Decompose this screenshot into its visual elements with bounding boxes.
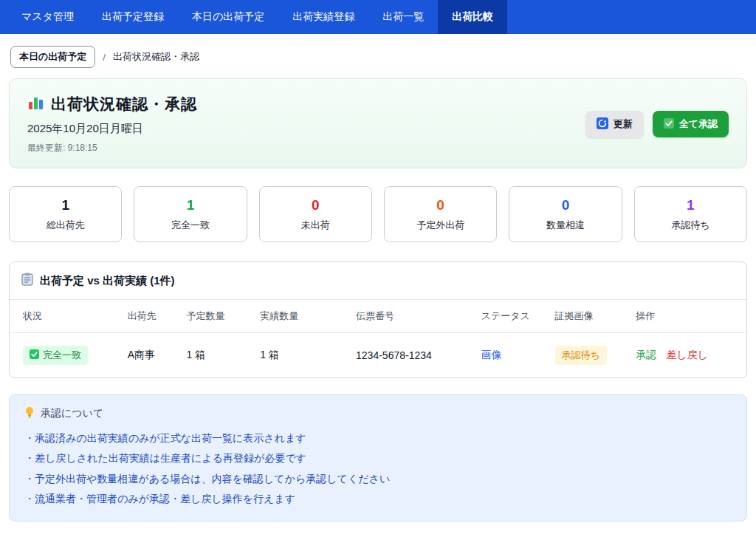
nav-item-shipment-comparison[interactable]: 出荷比較 [438,0,507,34]
status-badge-label: 完全一致 [43,349,81,362]
approve-all-button[interactable]: 全て承認 [653,111,729,137]
column-header-actual-qty: 実績数量 [252,300,348,333]
stat-value: 1 [140,197,240,213]
info-list: ・承認済みの出荷実績のみが正式な出荷一覧に表示されます ・差し戻しされた出荷実績… [24,428,732,509]
nav-item-todays-shipments[interactable]: 本日の出荷予定 [178,0,278,34]
stat-value: 0 [266,197,365,213]
stat-value: 1 [16,197,115,213]
planned-qty-cell: 1 箱 [179,333,253,378]
stat-card-unplanned-shipment: 0 予定外出荷 [384,186,497,242]
approve-all-button-label: 全て承認 [679,117,718,131]
stat-value: 0 [515,197,615,213]
image-link[interactable]: 画像 [481,349,502,360]
bar-chart-icon [27,95,44,114]
nav-item-shipment-results-registration[interactable]: 出荷実績登録 [278,0,368,34]
stat-card-quantity-mismatch: 0 数量相違 [509,186,622,242]
stat-card-perfect-match: 1 完全一致 [134,186,247,242]
stat-label: 予定外出荷 [391,219,490,232]
breadcrumb: 本日の出荷予定 / 出荷状況確認・承認 [10,46,746,68]
column-header-operations: 操作 [628,300,746,333]
breadcrumb-separator: / [103,52,106,63]
stat-card-total-destinations: 1 総出荷先 [9,186,122,242]
breadcrumb-back-button[interactable]: 本日の出荷予定 [10,46,95,68]
refresh-button-label: 更新 [614,117,633,131]
column-header-planned-qty: 予定数量 [179,300,253,333]
check-square-icon [30,349,39,361]
approval-info-panel: 承認について ・承認済みの出荷実績のみが正式な出荷一覧に表示されます ・差し戻し… [9,394,747,521]
status-header-panel: 出荷状況確認・承認 2025年10月20日月曜日 最終更新: 9:18:15 更… [9,78,747,168]
check-square-icon [664,118,674,131]
stats-row: 1 総出荷先 1 完全一致 0 未出荷 0 予定外出荷 0 数量相違 1 承認待… [9,186,747,242]
refresh-button[interactable]: 更新 [585,111,644,138]
slip-number-cell: 1234-5678-1234 [348,333,474,378]
lightbulb-icon [24,406,35,421]
last-updated-text: 最終更新: 9:18:15 [27,142,197,154]
comparison-table-panel: 出荷予定 vs 出荷実績 (1件) 状況 出荷先 予定数量 実績数量 伝票番号 … [9,261,747,378]
stat-label: 総出荷先 [16,219,115,232]
stat-label: 完全一致 [140,219,240,232]
reject-link[interactable]: 差し戻し [666,349,708,360]
info-item: ・承認済みの出荷実績のみが正式な出荷一覧に表示されます [24,428,732,448]
stat-value: 1 [641,197,740,213]
breadcrumb-current: 出荷状況確認・承認 [113,50,199,64]
column-header-destination: 出荷先 [120,300,179,333]
destination-cell: A商事 [120,333,179,378]
column-header-status-state: ステータス [474,300,548,333]
nav-item-shipment-schedule-registration[interactable]: 出荷予定登録 [88,0,178,34]
stat-label: 数量相違 [515,219,615,232]
status-badge: 完全一致 [23,346,88,365]
stat-value: 0 [391,197,490,213]
clipboard-icon [21,273,33,289]
stat-label: 承認待ち [641,219,740,232]
nav-item-master-management[interactable]: マスタ管理 [7,0,88,34]
page-title: 出荷状況確認・承認 [51,94,197,114]
pending-approval-badge: 承認待ち [555,346,607,365]
table-row: 完全一致 A商事 1 箱 1 箱 1234-5678-1234 画像 承認待ち … [10,333,746,378]
column-header-evidence-image: 証拠画像 [548,300,629,333]
stat-card-pending-approval: 1 承認待ち [634,186,747,242]
shipment-comparison-table: 状況 出荷先 予定数量 実績数量 伝票番号 ステータス 証拠画像 操作 [10,300,746,377]
actual-qty-cell: 1 箱 [252,333,348,378]
table-title: 出荷予定 vs 出荷実績 (1件) [40,274,175,288]
info-title: 承認について [41,407,103,420]
column-header-slip-number: 伝票番号 [348,300,474,333]
info-item: ・予定外出荷や数量相違がある場合は、内容を確認してから承認してください [24,469,732,489]
header-date: 2025年10月20日月曜日 [27,122,197,136]
approve-link[interactable]: 承認 [636,349,656,360]
column-header-status: 状況 [10,300,120,333]
refresh-icon [597,117,608,131]
stat-label: 未出荷 [266,219,365,232]
top-navigation: マスタ管理 出荷予定登録 本日の出荷予定 出荷実績登録 出荷一覧 出荷比較 [0,0,756,34]
stat-card-not-shipped: 0 未出荷 [259,186,372,242]
nav-item-shipment-list[interactable]: 出荷一覧 [368,0,438,34]
info-item: ・流通業者・管理者のみが承認・差し戻し操作を行えます [24,489,732,509]
info-item: ・差し戻しされた出荷実績は生産者による再登録が必要です [24,448,732,468]
